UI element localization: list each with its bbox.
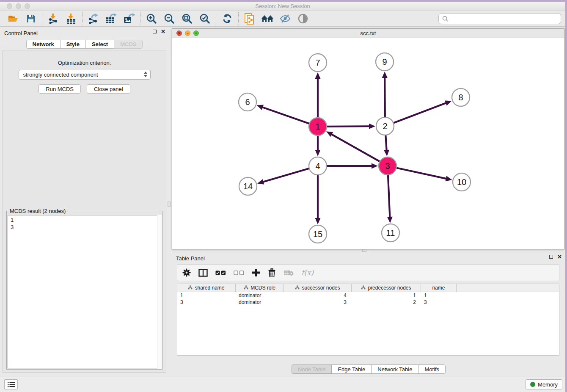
zoom-selected-icon bbox=[199, 13, 210, 24]
float-panel-icon[interactable] bbox=[153, 30, 157, 33]
column-header-successor-nodes[interactable]: successor nodes bbox=[284, 284, 352, 292]
table-cell[interactable]: 3 bbox=[177, 299, 236, 306]
float-panel-icon[interactable] bbox=[549, 255, 553, 259]
run-mcds-button[interactable]: Run MCDS bbox=[39, 84, 81, 94]
network-view-window: ✕ − + scc.txt 7968124314101511 bbox=[172, 28, 564, 249]
export-table-button[interactable] bbox=[102, 12, 120, 25]
hierarchy-icon bbox=[244, 285, 248, 291]
graph-edge-2-3[interactable] bbox=[385, 134, 386, 151]
graph-edge-2-8[interactable] bbox=[393, 103, 447, 123]
tab-edge-table[interactable]: Edge Table bbox=[331, 364, 372, 374]
network-canvas[interactable]: 7968124314101511 bbox=[172, 38, 564, 249]
tab-select[interactable]: Select bbox=[85, 40, 114, 49]
import-table-icon bbox=[66, 13, 77, 24]
layout-refresh-button[interactable] bbox=[218, 12, 236, 25]
open-session-button[interactable] bbox=[4, 12, 22, 25]
zoom-fit-button[interactable] bbox=[178, 12, 196, 25]
task-history-button[interactable] bbox=[4, 379, 18, 389]
table-cell[interactable]: 2 bbox=[352, 299, 421, 306]
open-folder-icon bbox=[7, 14, 19, 24]
graph-edge-1-2[interactable] bbox=[326, 126, 370, 127]
edge-arrowhead bbox=[315, 150, 321, 156]
main-toolbar bbox=[0, 11, 565, 27]
tab-node-table[interactable]: Node Table bbox=[292, 364, 332, 374]
add-column-button[interactable] bbox=[252, 268, 260, 277]
search-field[interactable] bbox=[438, 13, 561, 24]
tab-network-table[interactable]: Network Table bbox=[371, 364, 418, 374]
table-body: 1dominator4113dominator323 bbox=[177, 292, 559, 306]
delete-button[interactable] bbox=[268, 268, 276, 277]
table-cell[interactable]: 1 bbox=[421, 292, 457, 299]
result-scrollbar[interactable] bbox=[157, 215, 162, 369]
column-header-name[interactable]: name bbox=[421, 284, 457, 292]
export-image-button[interactable] bbox=[120, 12, 138, 25]
zoom-selected-button[interactable] bbox=[196, 12, 214, 25]
table-panel-title: Table Panel bbox=[176, 255, 205, 262]
edge-arrowhead bbox=[384, 150, 389, 156]
table-cell[interactable]: 3 bbox=[421, 299, 457, 306]
export-table-icon bbox=[105, 13, 117, 24]
deselect-all-button[interactable] bbox=[234, 271, 244, 275]
graph-edge-3-10[interactable] bbox=[396, 168, 447, 179]
memory-status-icon bbox=[530, 382, 535, 387]
edge-arrowhead bbox=[372, 163, 378, 169]
select-all-button[interactable] bbox=[215, 271, 226, 275]
split-columns-button[interactable] bbox=[198, 269, 208, 277]
zoom-out-icon bbox=[164, 13, 175, 24]
save-session-button[interactable] bbox=[22, 12, 40, 25]
tab-mcds[interactable]: MCDS bbox=[114, 40, 143, 49]
column-header-shared-name[interactable]: shared name bbox=[177, 284, 236, 292]
column-header-MCDS-role[interactable]: MCDS role bbox=[236, 284, 284, 292]
column-header-filler bbox=[457, 284, 559, 292]
graph-node-label: 10 bbox=[457, 177, 466, 187]
graph-edge-3-1[interactable] bbox=[331, 134, 380, 162]
table-row[interactable]: 1dominator411 bbox=[177, 292, 559, 299]
network-window-titlebar[interactable]: ✕ − + scc.txt bbox=[172, 29, 564, 38]
table-cell[interactable]: dominator bbox=[236, 299, 284, 306]
import-network-button[interactable] bbox=[44, 12, 62, 25]
close-panel-icon[interactable]: ✕ bbox=[161, 30, 165, 33]
table-cell[interactable]: 4 bbox=[284, 292, 352, 299]
memory-button[interactable]: Memory bbox=[526, 379, 562, 389]
import-network-icon bbox=[48, 13, 59, 24]
zoom-in-button[interactable] bbox=[143, 12, 160, 25]
graph-edge-4-14[interactable] bbox=[263, 168, 310, 182]
zoom-out-button[interactable] bbox=[160, 12, 178, 25]
graph-node-label: 3 bbox=[385, 161, 390, 171]
hide-selected-button[interactable] bbox=[276, 12, 294, 25]
graph-node-label: 4 bbox=[315, 161, 320, 171]
new-network-from-selection-button[interactable] bbox=[241, 12, 259, 25]
column-header-predecessor-nodes[interactable]: predecessor nodes bbox=[352, 284, 421, 292]
window-title: Session: New Session bbox=[0, 3, 565, 9]
gear-icon bbox=[182, 268, 191, 277]
close-panel-icon[interactable]: ✕ bbox=[557, 255, 562, 259]
table-cell[interactable]: dominator bbox=[236, 292, 284, 299]
graph-edge-2-9[interactable] bbox=[385, 77, 385, 118]
export-network-button[interactable] bbox=[85, 12, 102, 25]
delete-table-button[interactable] bbox=[284, 270, 294, 276]
table-row[interactable]: 3dominator323 bbox=[177, 299, 559, 306]
close-panel-button[interactable]: Close panel bbox=[87, 84, 130, 94]
search-input[interactable] bbox=[449, 16, 557, 22]
panel-divider-handle[interactable] bbox=[168, 202, 171, 207]
optimization-criterion-select[interactable]: strongly connected component bbox=[19, 70, 151, 80]
import-table-button[interactable] bbox=[62, 12, 80, 25]
workspace: Control Panel ✕ NetworkStyleSelectMCDS O… bbox=[0, 27, 565, 376]
show-details-button[interactable] bbox=[294, 12, 312, 25]
tab-style[interactable]: Style bbox=[60, 40, 86, 49]
show-details-eye-icon bbox=[297, 13, 308, 24]
houses-button[interactable] bbox=[259, 12, 276, 25]
tab-motifs[interactable]: Motifs bbox=[418, 364, 446, 374]
graph-edge-3-11[interactable] bbox=[388, 174, 390, 218]
table-header-row: shared nameMCDS rolesuccessor nodesprede… bbox=[177, 284, 559, 292]
gear-button[interactable] bbox=[182, 268, 191, 277]
table-cell[interactable]: 1 bbox=[177, 292, 236, 299]
graph-edge-1-6[interactable] bbox=[262, 107, 310, 124]
table-cell[interactable]: 3 bbox=[284, 299, 352, 306]
function-builder-button[interactable]: f(x) bbox=[301, 268, 314, 277]
mcds-tab-content: Optimization criterion: strongly connect… bbox=[3, 50, 166, 373]
mcds-result-text[interactable]: 1 3 bbox=[8, 215, 161, 368]
table-cell[interactable]: 1 bbox=[352, 292, 421, 299]
tab-network[interactable]: Network bbox=[26, 40, 61, 49]
list-icon bbox=[8, 382, 15, 387]
